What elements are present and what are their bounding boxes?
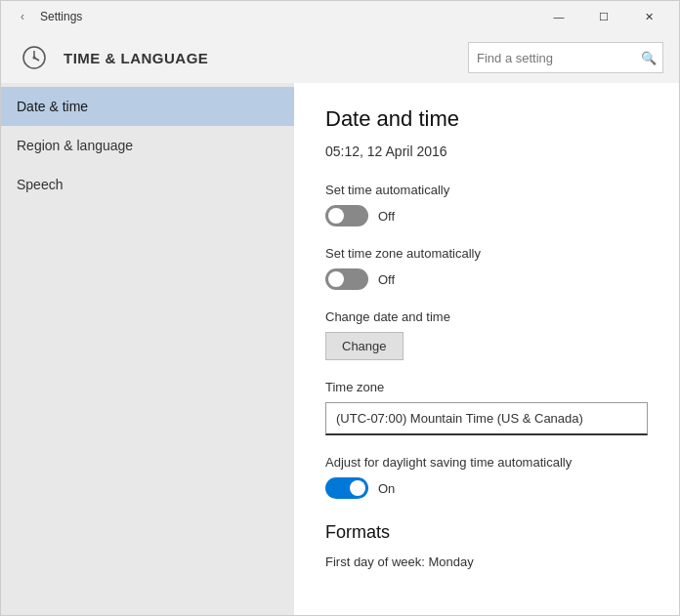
page-title: Date and time (325, 106, 648, 132)
current-datetime: 05:12, 12 April 2016 (325, 144, 648, 159)
sidebar: Date & time Region & language Speech (1, 83, 294, 615)
svg-point-3 (33, 57, 36, 60)
sidebar-item-region-language[interactable]: Region & language (1, 126, 294, 165)
formats-title: Formats (325, 522, 648, 543)
change-datetime-section: Change date and time Change (325, 309, 648, 360)
sidebar-item-label: Date & time (17, 99, 88, 114)
daylight-row: On (325, 477, 648, 499)
set-time-auto-section: Set time automatically Off (325, 183, 648, 226)
daylight-section: Adjust for daylight saving time automati… (325, 455, 648, 499)
set-time-auto-label: Set time automatically (325, 183, 648, 197)
formats-divider: Formats (325, 522, 648, 543)
page-header-title: TIME & LANGUAGE (64, 50, 468, 66)
set-time-auto-state: Off (378, 209, 395, 224)
title-bar: ‹ Settings — ☐ ✕ (1, 1, 679, 32)
set-timezone-auto-row: Off (325, 268, 648, 290)
page-header: TIME & LANGUAGE 🔍 (1, 32, 679, 83)
set-time-auto-toggle[interactable] (325, 205, 368, 226)
close-button[interactable]: ✕ (626, 1, 671, 32)
sidebar-item-date-time[interactable]: Date & time (1, 87, 294, 126)
set-timezone-auto-toggle[interactable] (325, 268, 368, 290)
daylight-toggle[interactable] (325, 477, 368, 499)
back-button[interactable]: ‹ (9, 3, 36, 30)
change-datetime-label: Change date and time (325, 309, 648, 324)
set-timezone-auto-section: Set time zone automatically Off (325, 246, 648, 290)
window-title: Settings (40, 10, 82, 23)
main-layout: Date & time Region & language Speech Dat… (1, 83, 679, 615)
daylight-label: Adjust for daylight saving time automati… (325, 455, 648, 470)
back-icon: ‹ (21, 10, 24, 23)
change-button[interactable]: Change (325, 332, 404, 360)
window-controls: — ☐ ✕ (536, 1, 671, 32)
set-timezone-auto-label: Set time zone automatically (325, 246, 648, 261)
sidebar-item-label: Region & language (17, 138, 133, 153)
timezone-dropdown[interactable]: (UTC-07:00) Mountain Time (US & Canada) (325, 402, 648, 435)
search-icon: 🔍 (641, 51, 657, 65)
sidebar-item-label: Speech (17, 177, 63, 192)
settings-window: ‹ Settings — ☐ ✕ TIME & LANGUAGE 🔍 (0, 0, 680, 616)
time-language-icon (17, 40, 52, 75)
search-input[interactable] (477, 51, 641, 65)
toggle-knob (350, 480, 365, 496)
minimize-button[interactable]: — (536, 1, 581, 32)
toggle-knob (328, 271, 344, 287)
maximize-button[interactable]: ☐ (581, 1, 626, 32)
daylight-state: On (378, 481, 395, 496)
content-area: Date and time 05:12, 12 April 2016 Set t… (294, 83, 679, 615)
sidebar-item-speech[interactable]: Speech (1, 165, 294, 204)
toggle-knob (328, 208, 344, 224)
timezone-section: Time zone (UTC-07:00) Mountain Time (US … (325, 380, 648, 435)
search-box[interactable]: 🔍 (468, 42, 663, 73)
timezone-label: Time zone (325, 380, 648, 394)
set-time-auto-row: Off (325, 205, 648, 226)
formats-subtitle: First day of week: Monday (325, 554, 648, 569)
set-timezone-auto-state: Off (378, 272, 395, 287)
